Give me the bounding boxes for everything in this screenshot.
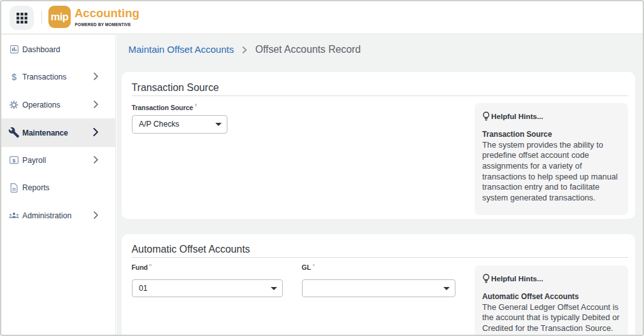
svg-text:$: $ xyxy=(13,158,16,164)
